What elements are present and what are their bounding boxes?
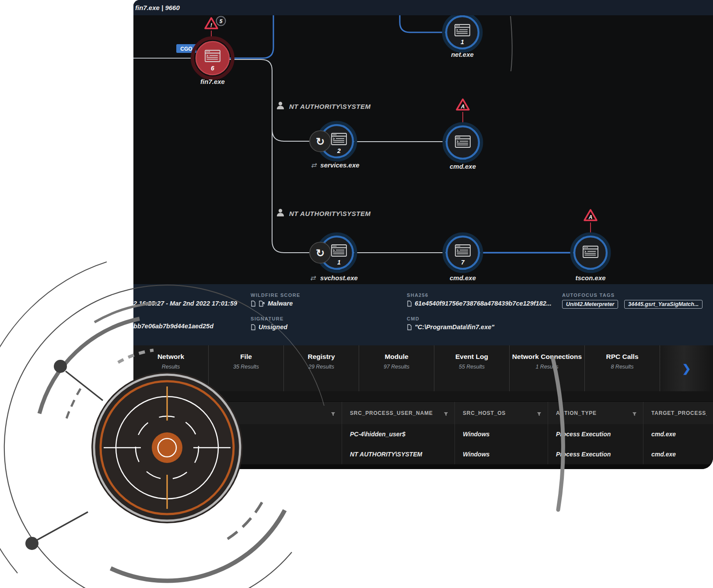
- time-range-value: 22 16:25:27 - Mar 2nd 2022 17:01:59: [133, 300, 237, 307]
- node-label-svchost: svchost.exe: [320, 274, 358, 282]
- node-label-tscon: tscon.exe: [575, 274, 605, 282]
- node-net[interactable]: 1: [444, 15, 481, 51]
- svg-text:!: !: [210, 22, 212, 28]
- document-icon: [407, 324, 412, 331]
- filter-icon[interactable]: [537, 411, 542, 418]
- tab-file[interactable]: File 35 Results: [209, 345, 284, 391]
- cell: [133, 445, 342, 464]
- cell-src-process-user-name: PC-4\hidden_user$: [342, 424, 455, 445]
- window-bottom-edge: [133, 464, 713, 469]
- process-icon: [332, 245, 346, 256]
- cell-src-process-user-name: NT AUTHORITY\SYSTEM: [342, 445, 455, 464]
- document-report-icon: [259, 300, 265, 307]
- filter-icon[interactable]: [444, 411, 448, 418]
- restart-icon: ↻: [316, 247, 325, 259]
- tab-module[interactable]: Module 97 Results: [359, 345, 434, 391]
- wildfire-score-label: WILDFIRE SCORE: [251, 292, 301, 298]
- edge-fin7-svchost: [229, 59, 309, 253]
- user-label: NT AUTHORITY\SYSTEM: [289, 210, 370, 217]
- hash-value: ebb7e06ab7b9d44e1aed25d: [133, 323, 213, 330]
- node-fin7[interactable]: 6: [192, 38, 233, 78]
- alert-triangle-cmd2[interactable]: A: [457, 99, 469, 110]
- node-label-fin7: fin7.exe: [200, 78, 225, 85]
- window-title: fin7.exe | 9660: [135, 0, 180, 15]
- node-cmd-row3[interactable]: 7: [444, 234, 482, 271]
- cycle-icon: ⇄: [311, 161, 317, 169]
- table-row[interactable]: PC-4\hidden_user$ Windows Process Execut…: [133, 424, 713, 445]
- tab-event-log[interactable]: Event Log 55 Results: [434, 345, 510, 391]
- column-header-target-process-name[interactable]: TARGET_PROCESS_NAME: [643, 402, 713, 424]
- cmd-value: "C:\ProgramData\fin7.exe": [407, 324, 494, 331]
- svg-text:A: A: [461, 104, 465, 110]
- process-info-panel: 22 16:25:27 - Mar 2nd 2022 17:01:59 ebb7…: [133, 284, 713, 345]
- document-icon: [251, 324, 256, 331]
- svg-text:1: 1: [461, 38, 464, 45]
- tag-chip[interactable]: 34445.gsrt_YaraSigMatch...: [624, 300, 703, 309]
- node-label-cmd2: cmd.exe: [450, 163, 476, 170]
- thick-arc-bottom: [111, 510, 285, 581]
- process-icon: [205, 50, 220, 62]
- dashed-arc-bottom-right: [222, 502, 262, 543]
- cmd-label: CMD: [407, 316, 419, 321]
- process-icon: [332, 133, 346, 145]
- node-label-net: net.exe: [451, 51, 474, 58]
- restart-icon: ↻: [316, 136, 325, 147]
- cycle-icon: ⇄: [310, 274, 316, 282]
- node-svchost[interactable]: ↻ 1: [310, 234, 356, 271]
- svg-text:5: 5: [220, 18, 223, 24]
- tab-network[interactable]: Network Results: [133, 345, 209, 391]
- alert-triangle-fin7[interactable]: ! 5: [205, 17, 226, 29]
- user-label: NT AUTHORITY\SYSTEM: [289, 103, 370, 110]
- svg-text:7: 7: [461, 259, 465, 266]
- sha256-label: SHA256: [407, 292, 428, 298]
- results-table-header: SRC_PROCESS_USER_NAME SRC_HOST_OS ACTION…: [133, 401, 713, 425]
- sha256-value: 61e4540f91756e738768a478439b7ce129f182..…: [407, 300, 552, 307]
- svg-text:CGO: CGO: [180, 46, 192, 52]
- filter-icon[interactable]: [331, 411, 336, 418]
- node-services[interactable]: ↻ 2: [310, 122, 356, 160]
- column-header-src-process-user-name[interactable]: SRC_PROCESS_USER_NAME: [342, 402, 455, 424]
- svg-text:A: A: [588, 214, 593, 220]
- cell-target-process-name: cmd.exe: [643, 445, 713, 464]
- cell-action-type: Process Execution: [548, 445, 643, 464]
- edge-fin7-services: [272, 129, 309, 141]
- callout-dot: [25, 537, 38, 550]
- node-cmd-row2[interactable]: [444, 124, 482, 161]
- tab-registry[interactable]: Registry 29 Results: [284, 345, 359, 391]
- svg-text:6: 6: [211, 65, 214, 72]
- alert-triangle-tscon[interactable]: A: [584, 210, 597, 220]
- node-label-services: services.exe: [320, 161, 359, 169]
- process-icon: [455, 136, 470, 147]
- tick-dash: [66, 411, 69, 418]
- signature-label: SIGNATURE: [251, 316, 284, 321]
- callout-line: [37, 512, 88, 540]
- cell-src-host-os: Windows: [455, 445, 548, 464]
- tick-dash: [71, 400, 74, 407]
- node-tscon[interactable]: [572, 234, 609, 271]
- filter-icon[interactable]: [632, 411, 637, 418]
- autofocus-tags: Unit42.Meterpreter 34445.gsrt_YaraSigMat…: [562, 300, 713, 309]
- cell-src-host-os: Windows: [455, 424, 548, 445]
- tab-rpc-calls[interactable]: RPC Calls 8 Results: [585, 345, 660, 391]
- page: fin7.exe | 9660: [0, 0, 713, 588]
- results-tab-bar: Network Results File 35 Results Registry…: [133, 345, 713, 391]
- outer-ring-arc2: [0, 262, 107, 573]
- process-icon: [583, 246, 598, 257]
- callout-dot: [54, 360, 67, 373]
- app-window: fin7.exe | 9660: [133, 0, 713, 469]
- tag-chip[interactable]: Unit42.Meterpreter: [562, 300, 618, 309]
- tab-network-connections[interactable]: Network Connections 1 Results: [510, 345, 585, 391]
- column-header-0[interactable]: [133, 402, 342, 424]
- callout-line: [66, 371, 103, 400]
- process-tree-canvas[interactable]: NT AUTHORITY\SYSTEM NT AUTHORITY\SYSTEM …: [133, 15, 713, 284]
- svg-text:2: 2: [337, 147, 341, 154]
- process-icon: [455, 24, 470, 36]
- column-header-action-type[interactable]: ACTION_TYPE: [548, 402, 643, 424]
- document-icon: [251, 300, 256, 307]
- column-header-src-host-os[interactable]: SRC_HOST_OS: [455, 402, 548, 424]
- table-row[interactable]: NT AUTHORITY\SYSTEM Windows Process Exec…: [133, 445, 713, 465]
- user-row-services: NT AUTHORITY\SYSTEM: [277, 102, 370, 110]
- thick-arc-top-left: [39, 319, 140, 414]
- process-icon: [455, 245, 470, 256]
- tabs-scroll-right-chevron-icon[interactable]: ❯: [660, 345, 713, 391]
